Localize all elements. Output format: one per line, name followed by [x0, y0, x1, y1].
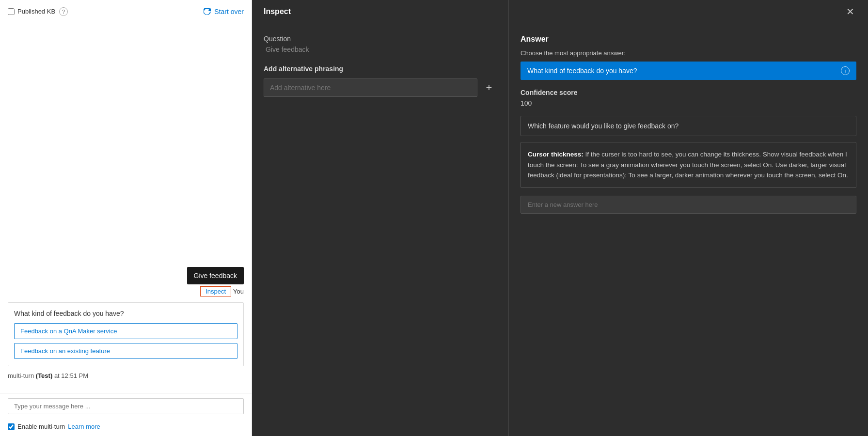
answer-section-label: Answer [521, 35, 856, 44]
answer-box-2: Cursor thickness: If the curser is too h… [521, 142, 856, 188]
right-panel: . ✕ Answer Choose the most appropriate a… [509, 0, 868, 436]
message-input-row [0, 393, 252, 419]
chat-area: Give feedback Inspect You What kind of f… [0, 23, 252, 393]
published-kb-label: Published KB [17, 8, 55, 15]
confidence-score: 100 [521, 99, 856, 107]
question-section-label: Question [264, 35, 497, 43]
middle-content: Question Give feedback Add alternative p… [252, 23, 508, 436]
add-alt-button[interactable]: + [481, 80, 497, 95]
multi-turn-text: multi-turn [8, 372, 34, 379]
multi-turn-label: multi-turn (Test) at 12:51 PM [8, 372, 244, 379]
bot-question-text: What kind of feedback do you have? [14, 310, 237, 317]
help-icon[interactable]: ? [59, 7, 68, 16]
option-qna-maker[interactable]: Feedback on a QnA Maker service [14, 323, 237, 339]
enable-multi-turn-checkbox[interactable] [8, 423, 15, 430]
add-alt-label: Add alternative phrasing [264, 65, 497, 73]
enable-multi-turn-label: Enable multi-turn [17, 423, 65, 430]
learn-more-link[interactable]: Learn more [68, 423, 100, 430]
bot-question-box: What kind of feedback do you have? Feedb… [8, 302, 244, 366]
refresh-icon [204, 8, 211, 16]
multi-turn-time: at 12:51 PM [54, 372, 88, 379]
message-input[interactable] [8, 398, 244, 414]
enable-multi-turn-row: Enable multi-turn Learn more [0, 419, 252, 436]
selected-answer-option[interactable]: What kind of feedback do you have? i [521, 62, 856, 80]
info-icon: i [841, 66, 850, 75]
new-answer-input[interactable] [521, 196, 856, 214]
inspect-title: Inspect [264, 7, 291, 16]
published-kb-input[interactable] [8, 8, 15, 15]
multi-turn-bold: (Test) [36, 372, 52, 379]
published-kb-checkbox[interactable]: Published KB [8, 8, 55, 15]
option-existing-feature[interactable]: Feedback on an existing feature [14, 343, 237, 359]
add-alt-input[interactable] [264, 78, 477, 97]
selected-answer-text: What kind of feedback do you have? [527, 67, 637, 75]
left-header: Published KB ? Start over [0, 0, 252, 23]
inspect-button[interactable]: Inspect [200, 286, 231, 296]
confidence-label: Confidence score [521, 89, 856, 96]
add-alt-row: + [264, 78, 497, 97]
middle-header: Inspect [252, 0, 508, 23]
close-button[interactable]: ✕ [844, 6, 856, 17]
question-value: Give feedback [264, 46, 497, 53]
right-content: Answer Choose the most appropriate answe… [509, 23, 868, 436]
left-panel: Published KB ? Start over Give feedback … [0, 0, 252, 436]
middle-panel: Inspect Question Give feedback Add alter… [252, 0, 509, 436]
give-feedback-bubble: Give feedback [187, 267, 244, 284]
choose-answer-label: Choose the most appropriate answer: [521, 49, 856, 57]
inspect-you-row: Inspect You [8, 286, 244, 296]
start-over-button[interactable]: Start over [204, 8, 244, 16]
answer-box-1: Which feature would you like to give fee… [521, 116, 856, 136]
header-left: Published KB ? [8, 7, 68, 16]
right-header: . ✕ [509, 0, 868, 23]
answer-bold-1: Cursor thickness: [528, 151, 584, 158]
start-over-label: Start over [214, 8, 244, 16]
you-label: You [233, 288, 244, 295]
